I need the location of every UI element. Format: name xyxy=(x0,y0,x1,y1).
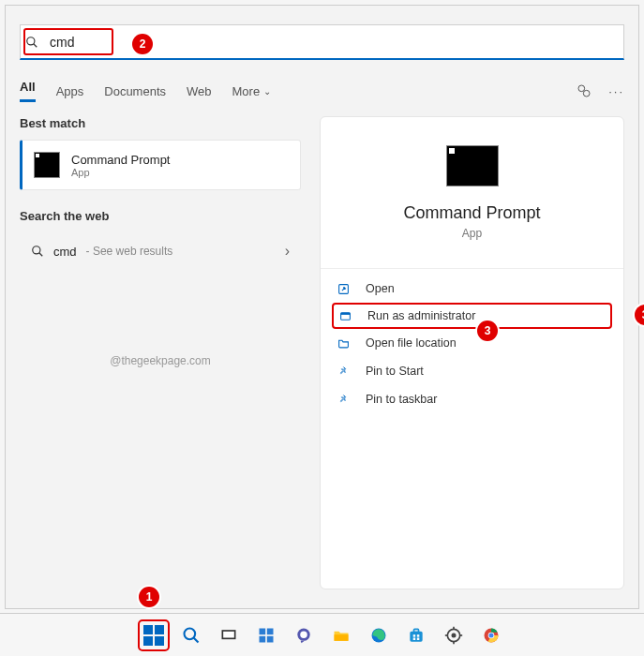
results-column: Best match Command Prompt App Search the… xyxy=(20,116,301,589)
taskbar-chat[interactable] xyxy=(288,619,320,651)
start-search-panel: cmd 2 All Apps Documents Web More ⌄ ··· … xyxy=(5,5,639,609)
annotation-1: 1 xyxy=(139,587,159,607)
action-open[interactable]: Open xyxy=(321,275,623,303)
svg-rect-23 xyxy=(412,634,415,637)
svg-rect-22 xyxy=(413,629,418,632)
svg-rect-12 xyxy=(223,631,234,637)
svg-point-0 xyxy=(27,37,35,44)
svg-rect-24 xyxy=(416,634,419,637)
taskbar-search[interactable] xyxy=(175,619,207,651)
recent-icon[interactable] xyxy=(577,83,592,98)
svg-rect-13 xyxy=(259,628,265,634)
svg-point-35 xyxy=(488,633,493,637)
search-box-highlight: cmd xyxy=(23,28,113,55)
watermark: @thegeekpage.com xyxy=(20,354,301,367)
chevron-right-icon: › xyxy=(285,243,290,260)
taskbar-explorer[interactable] xyxy=(325,619,357,651)
annotation-3: 3 xyxy=(477,321,498,341)
action-list: Open Run as administrator 3 Open file lo… xyxy=(321,268,623,419)
search-web-header: Search the web xyxy=(20,209,301,223)
web-result-item[interactable]: cmd - See web results › xyxy=(20,232,301,270)
best-match-title: Command Prompt xyxy=(71,153,170,167)
action-pin-start[interactable]: Pin to Start xyxy=(321,357,623,385)
svg-point-4 xyxy=(33,246,40,254)
taskbar-edge[interactable] xyxy=(363,619,395,651)
svg-rect-15 xyxy=(259,635,265,642)
web-result-term: cmd xyxy=(53,245,77,259)
svg-rect-16 xyxy=(266,635,273,642)
web-result-suffix: - See web results xyxy=(86,245,173,258)
start-button[interactable] xyxy=(138,619,170,651)
action-run-as-admin[interactable]: Run as administrator xyxy=(332,303,612,329)
search-query: cmd xyxy=(50,35,74,50)
action-pin-taskbar[interactable]: Pin to taskbar xyxy=(321,385,623,413)
tab-all[interactable]: All xyxy=(20,80,36,102)
taskbar-widgets[interactable] xyxy=(250,619,282,651)
tab-apps[interactable]: Apps xyxy=(56,84,84,98)
pin-icon xyxy=(337,365,352,378)
cmd-icon xyxy=(446,145,499,186)
annotation-2: 2 xyxy=(132,34,153,54)
annotation-3: 3 xyxy=(635,305,644,325)
taskbar-store[interactable] xyxy=(400,619,432,651)
action-open-location[interactable]: Open file location xyxy=(321,329,623,357)
filter-tabs: All Apps Documents Web More ⌄ ··· xyxy=(20,76,624,106)
svg-point-3 xyxy=(583,90,590,97)
svg-line-10 xyxy=(193,637,198,642)
open-icon xyxy=(337,283,352,295)
svg-rect-19 xyxy=(334,634,348,641)
windows-logo-icon xyxy=(143,625,164,646)
more-options-icon[interactable]: ··· xyxy=(608,84,624,98)
shield-icon xyxy=(339,310,354,322)
taskbar-taskview[interactable] xyxy=(213,619,245,651)
svg-point-2 xyxy=(578,85,585,92)
search-icon xyxy=(25,36,50,49)
tab-more[interactable]: More ⌄ xyxy=(232,84,272,98)
svg-rect-25 xyxy=(412,637,415,640)
taskbar-settings[interactable] xyxy=(438,619,470,651)
svg-line-1 xyxy=(34,43,37,47)
cmd-icon xyxy=(34,152,60,178)
pin-icon xyxy=(337,394,352,406)
best-match-subtitle: App xyxy=(71,167,170,178)
tab-documents[interactable]: Documents xyxy=(104,84,166,98)
folder-icon xyxy=(337,337,352,350)
preview-title: Command Prompt xyxy=(403,203,540,223)
svg-point-28 xyxy=(451,633,456,637)
svg-point-9 xyxy=(184,628,195,639)
preview-subtitle: App xyxy=(462,227,482,240)
tab-web[interactable]: Web xyxy=(187,84,212,98)
taskbar xyxy=(0,613,644,656)
search-icon xyxy=(31,245,44,258)
best-match-header: Best match xyxy=(20,116,301,130)
svg-rect-14 xyxy=(266,628,273,634)
preview-panel: Command Prompt App Open Run as administr… xyxy=(320,116,624,589)
svg-rect-26 xyxy=(416,637,419,640)
taskbar-chrome[interactable] xyxy=(475,619,507,651)
search-row[interactable]: cmd xyxy=(20,24,624,60)
best-match-item[interactable]: Command Prompt App xyxy=(20,140,301,190)
chevron-down-icon: ⌄ xyxy=(263,86,271,97)
svg-line-5 xyxy=(39,253,43,257)
svg-point-18 xyxy=(300,631,307,638)
svg-rect-8 xyxy=(341,312,351,314)
